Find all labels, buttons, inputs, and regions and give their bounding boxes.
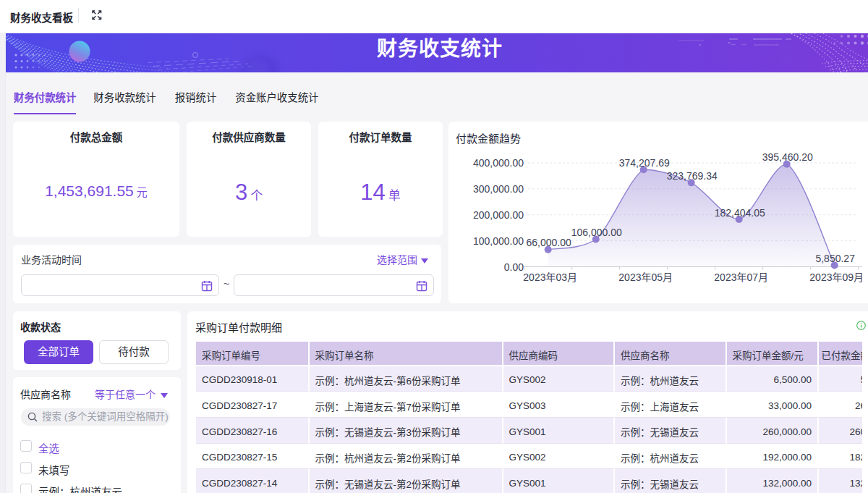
svg-text:2023年07月: 2023年07月 <box>714 271 768 283</box>
svg-text:2023年05月: 2023年05月 <box>618 271 673 283</box>
svg-text:400,000.00: 400,000.00 <box>473 157 524 169</box>
svg-text:374,207.69: 374,207.69 <box>619 157 670 169</box>
svg-text:323,769.34: 323,769.34 <box>667 170 718 182</box>
svg-text:106,000.00: 106,000.00 <box>571 227 622 238</box>
svg-text:100,000.00: 100,000.00 <box>473 235 524 247</box>
svg-text:0.00: 0.00 <box>504 261 524 273</box>
svg-text:2023年03月: 2023年03月 <box>523 271 577 283</box>
svg-text:182,404.05: 182,404.05 <box>715 207 765 219</box>
svg-text:300,000.00: 300,000.00 <box>473 183 524 195</box>
svg-text:2023年09月: 2023年09月 <box>809 271 862 283</box>
svg-text:66,000.00: 66,000.00 <box>527 237 571 248</box>
svg-text:200,000.00: 200,000.00 <box>473 209 524 221</box>
svg-text:395,460.20: 395,460.20 <box>762 151 813 163</box>
svg-text:5,850.27: 5,850.27 <box>815 253 855 264</box>
